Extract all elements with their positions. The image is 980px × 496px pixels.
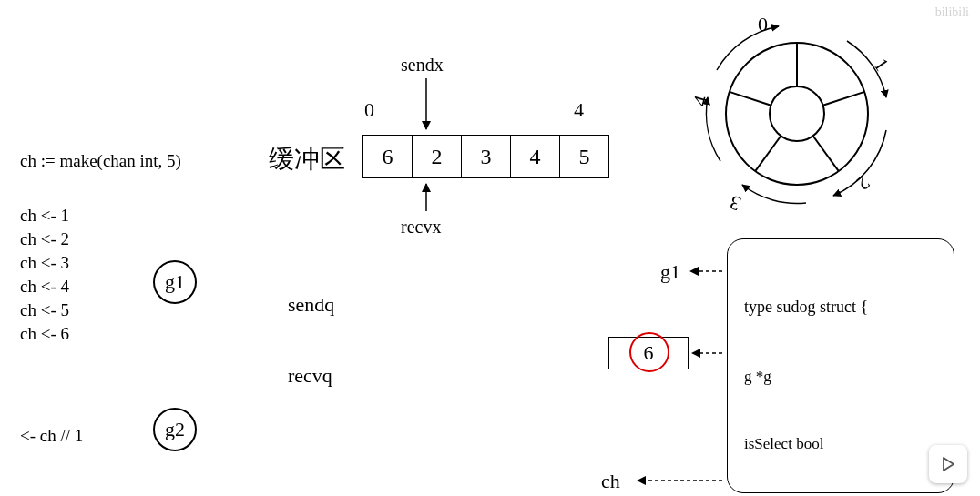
code-send-6: ch <- 6 bbox=[20, 324, 69, 344]
sendq-label: sendq bbox=[288, 293, 334, 317]
svg-line-8 bbox=[823, 92, 865, 106]
ring-svg bbox=[683, 9, 911, 218]
struct-field-1: isSelect bool bbox=[744, 433, 937, 456]
watermark: bilibili bbox=[935, 5, 969, 20]
node-g1-label: g1 bbox=[165, 270, 185, 294]
code-send-5: ch <- 5 bbox=[20, 300, 69, 320]
ring-diagram: 0 1 2 3 4 bbox=[683, 9, 911, 218]
buffer-array: 6 2 3 4 5 bbox=[362, 135, 609, 178]
buffer-cell-3: 4 bbox=[510, 135, 560, 178]
buffer-index-end: 4 bbox=[574, 98, 584, 122]
buffer-cell-4: 5 bbox=[559, 135, 609, 178]
svg-line-9 bbox=[813, 136, 839, 171]
right-g1-label: g1 bbox=[660, 260, 680, 284]
recvx-label: recvx bbox=[401, 217, 441, 238]
node-g1: g1 bbox=[153, 260, 197, 304]
play-button[interactable] bbox=[929, 445, 967, 483]
buffer-index-start: 0 bbox=[364, 98, 374, 122]
node-g2: g2 bbox=[153, 408, 197, 451]
play-icon bbox=[940, 456, 956, 472]
code-recv: <- ch // 1 bbox=[20, 426, 83, 446]
svg-point-6 bbox=[770, 86, 824, 141]
svg-line-11 bbox=[730, 92, 771, 106]
buffer-cell-0: 6 bbox=[362, 135, 413, 178]
sudog-struct-box: type sudog struct { g *g isSelect bool n… bbox=[727, 238, 954, 493]
struct-field-0: g *g bbox=[744, 366, 937, 389]
buffer-cell-1: 2 bbox=[412, 135, 462, 178]
recvq-label: recvq bbox=[288, 364, 332, 388]
buffer-label: 缓冲区 bbox=[269, 142, 345, 177]
code-send-1: ch <- 1 bbox=[20, 206, 69, 226]
code-send-4: ch <- 4 bbox=[20, 277, 69, 297]
ring-label-0: 0 bbox=[758, 13, 768, 36]
elem-box: 6 bbox=[608, 337, 689, 369]
svg-line-10 bbox=[755, 136, 781, 171]
code-make: ch := make(chan int, 5) bbox=[20, 151, 181, 171]
sendx-label: sendx bbox=[401, 55, 444, 76]
buffer-cell-2: 3 bbox=[461, 135, 511, 178]
code-send-2: ch <- 2 bbox=[20, 229, 69, 249]
node-g2-label: g2 bbox=[165, 418, 185, 441]
code-send-3: ch <- 3 bbox=[20, 253, 69, 273]
struct-title: type sudog struct { bbox=[744, 295, 937, 319]
highlight-circle bbox=[629, 332, 669, 372]
right-ch-label: ch bbox=[601, 470, 620, 493]
